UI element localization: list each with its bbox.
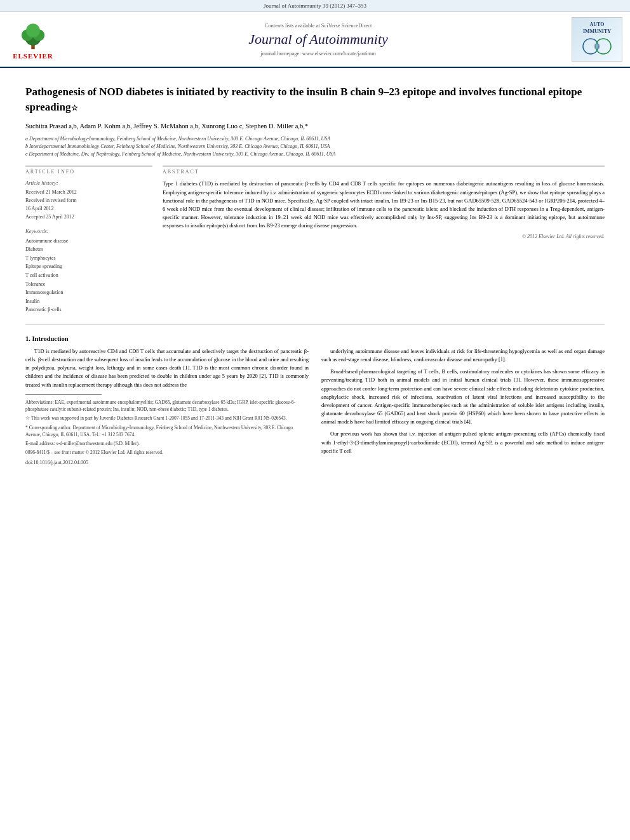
intro-left-column: T1D is mediated by autoreactive CD4 and …: [25, 347, 309, 469]
history-title: Article history:: [25, 180, 152, 186]
main-content: Pathogenesis of NOD diabetes is initiate…: [0, 68, 630, 475]
article-info-label: ARTICLE INFO: [25, 166, 152, 175]
article-info-abstract-section: ARTICLE INFO Article history: Received 2…: [25, 166, 605, 314]
journal-logo-icon: [578, 35, 616, 57]
journal-name: Journal of Autoimmunity: [65, 31, 572, 48]
keywords-list: Autoimmune disease Diabetes T lymphocyte…: [25, 237, 152, 314]
affiliation-a: a Department of Microbiology-Immunology,…: [25, 135, 605, 143]
section-divider: [25, 324, 605, 325]
section-heading: 1. Introduction: [25, 335, 605, 342]
issn-line: 0896-8411/$ – see front matter © 2012 El…: [25, 449, 309, 456]
keyword-insulin: Insulin: [25, 297, 152, 306]
copyright-notice: © 2012 Elsevier Ltd. All rights reserved…: [163, 234, 605, 239]
affiliations: a Department of Microbiology-Immunology,…: [25, 135, 605, 158]
elsevier-tree-icon: [14, 19, 52, 51]
keyword-diabetes: Diabetes: [25, 245, 152, 254]
journal-homepage: journal homepage: www.elsevier.com/locat…: [65, 50, 572, 57]
affiliation-b: b Interdepartmental Immunobiology Center…: [25, 143, 605, 150]
journal-header-middle: Contents lists available at SciVerse Sci…: [65, 22, 572, 57]
svg-point-4: [26, 23, 40, 37]
introduction-section: 1. Introduction T1D is mediated by autor…: [25, 335, 605, 469]
intro-right-column: underlying autoimmune disease and leaves…: [321, 347, 605, 469]
journal-header: ELSEVIER Contents lists available at Sci…: [0, 12, 630, 68]
keywords-title: Keywords:: [25, 228, 152, 234]
article-info-column: ARTICLE INFO Article history: Received 2…: [25, 166, 152, 314]
article-title: Pathogenesis of NOD diabetes is initiate…: [25, 84, 605, 115]
keyword-tolerance: Tolerance: [25, 280, 152, 289]
keyword-immunoregulation: Immunoregulation: [25, 288, 152, 297]
journal-citation: Journal of Autoimmunity 39 (2012) 347–35…: [264, 3, 366, 9]
keyword-pancreatic-beta: Pancreatic β-cells: [25, 305, 152, 314]
authors-line: Suchitra Prasad a,b, Adam P. Kohm a,b, J…: [25, 121, 605, 132]
journal-logo-image: AUTO IMMUNITY: [572, 17, 622, 62]
funding-footnote: ☆ This work was supported in part by Juv…: [25, 415, 309, 422]
svg-point-7: [594, 43, 600, 50]
abbreviations-footnote: Abbreviations: EAE, experimental autoimm…: [25, 399, 309, 413]
introduction-body: T1D is mediated by autoreactive CD4 and …: [25, 347, 605, 469]
received-date: Received 21 March 2012: [25, 189, 152, 197]
corresponding-footnote: * Corresponding author. Department of Mi…: [25, 424, 309, 439]
keyword-t-cell-activation: T cell activation: [25, 271, 152, 280]
revised-date: Received in revised form16 April 2012: [25, 197, 152, 213]
abstract-text: Type 1 diabetes (T1D) is mediated by des…: [163, 180, 605, 230]
doi-line: doi:10.1016/j.jaut.2012.04.005: [25, 459, 309, 467]
email-footnote: E-mail address: s-d-miller@northwestern.…: [25, 440, 309, 447]
abstract-label: ABSTRACT: [163, 166, 605, 175]
sciverse-line: Contents lists available at SciVerse Sci…: [65, 22, 572, 29]
logo-top-text: AUTO: [583, 22, 611, 28]
logo-bottom-text: IMMUNITY: [583, 29, 611, 35]
abstract-column: ABSTRACT Type 1 diabetes (T1D) is mediat…: [163, 166, 605, 314]
elsevier-logo: ELSEVIER: [8, 19, 58, 60]
accepted-date: Accepted 25 April 2012: [25, 213, 152, 222]
footnotes: Abbreviations: EAE, experimental autoimm…: [25, 399, 309, 467]
intro-paragraph-1: T1D is mediated by autoreactive CD4 and …: [25, 347, 309, 389]
intro-right-text: underlying autoimmune disease and leaves…: [321, 347, 605, 455]
keyword-t-lymphocytes: T lymphocytes: [25, 254, 152, 263]
affiliation-c: c Department of Medicine, Div. of Nephro…: [25, 150, 605, 158]
footnote-divider: [25, 394, 102, 395]
elsevier-brand-text: ELSEVIER: [13, 52, 53, 60]
keyword-epitope-spreading: Epitope spreading: [25, 262, 152, 271]
keyword-autoimmune: Autoimmune disease: [25, 237, 152, 246]
journal-citation-bar: Journal of Autoimmunity 39 (2012) 347–35…: [0, 0, 630, 12]
